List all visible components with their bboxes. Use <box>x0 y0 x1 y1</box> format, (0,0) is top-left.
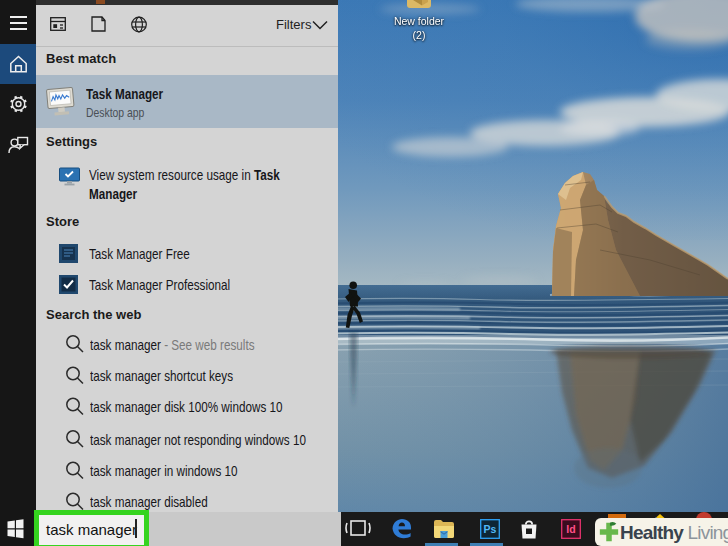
svg-text:Filters: Filters <box>276 17 312 32</box>
svg-text:Id: Id <box>566 523 575 535</box>
svg-text:Ps: Ps <box>484 523 497 535</box>
